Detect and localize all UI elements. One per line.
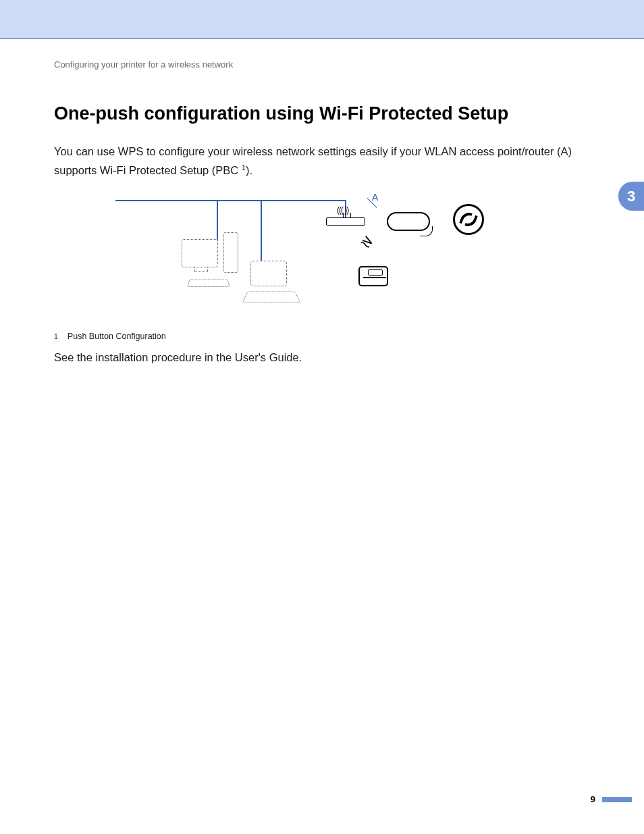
footnote-marker: 1 [54,332,58,340]
ethernet-line [115,200,345,201]
page-content: Configuring your printer for a wireless … [0,39,644,367]
laptop-base-icon [242,291,301,303]
see-guide-paragraph: See the installation procedure in the Us… [54,348,609,367]
intro-text-post: ). [246,164,252,176]
laptop-screen-icon [250,261,287,286]
page-title: One-push configuration using Wi-Fi Prote… [54,103,609,124]
page-footer: 9 [590,794,632,804]
footnote: 1 Push Button Configuration [54,332,609,341]
network-diagram: A ((( )) ≳ [54,192,609,319]
intro-paragraph: You can use WPS to configure your wirele… [54,142,609,180]
header-band [0,0,644,39]
chapter-tab: 3 [618,182,644,211]
footnote-text: Push Button Configuration [68,332,166,341]
intro-text-pre: You can use WPS to configure your wirele… [54,145,572,176]
page-number: 9 [590,794,595,804]
printer-icon [358,266,388,286]
wps-logo-icon [453,204,484,235]
desktop-monitor-icon [182,239,218,267]
router-icon [326,217,365,226]
keyboard-icon [187,280,230,287]
diagram-label-a: A [372,192,378,203]
footer-bar-decoration [602,797,632,802]
access-point-icon [387,212,430,231]
desktop-tower-icon [223,232,238,273]
wireless-signal-icon: ≳ [357,230,377,252]
breadcrumb: Configuring your printer for a wireless … [54,59,609,70]
